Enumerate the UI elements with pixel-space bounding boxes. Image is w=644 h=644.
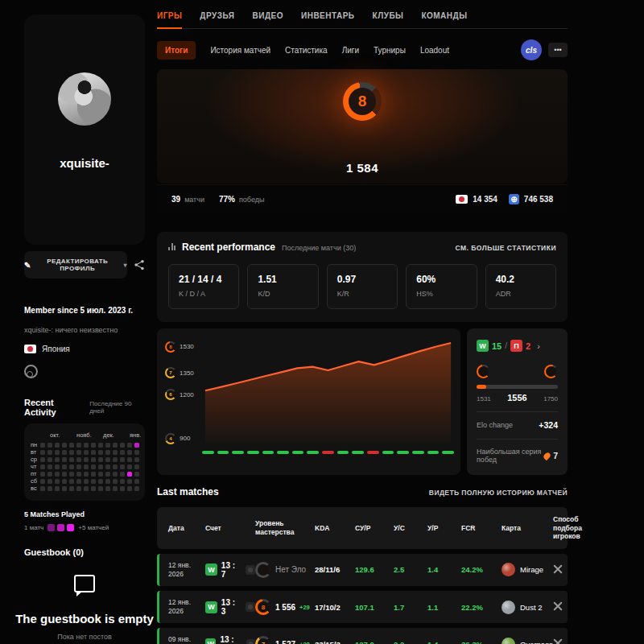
day-label: чт	[31, 464, 37, 469]
heatmap-cell	[91, 464, 96, 469]
nav-tab-друзья[interactable]: ДРУЗЬЯ	[200, 11, 234, 20]
stat-box-kd: 1.51K/D	[247, 264, 318, 309]
match-row[interactable]: 09 янв.2026W13 : 1071 527+2833/15/3127.0…	[157, 628, 568, 644]
matchmaking-type-icon[interactable]	[553, 601, 563, 611]
stat-value: 21 / 14 / 4	[179, 274, 229, 285]
japan-flag-icon	[24, 345, 36, 353]
sidebar: xquisite- ✎ РЕДАКТИРОВАТЬ ПРОФИЛЬ ▾ Memb…	[24, 14, 145, 641]
kills-per-death: 1.7	[394, 603, 427, 612]
subnav-tab-итоги[interactable]: Итоги	[157, 41, 196, 60]
replay-icon[interactable]	[246, 565, 255, 575]
map-icon-mirage	[502, 563, 515, 576]
heatmap-cell	[105, 443, 110, 448]
nav-tab-игры[interactable]: ИГРЫ	[157, 11, 182, 20]
subnav-tab-loadout[interactable]: Loadout	[420, 46, 449, 55]
heatmap-cell	[84, 464, 89, 469]
heatmap-cell	[69, 457, 74, 462]
nav-tab-инвентарь[interactable]: ИНВЕНТАРЬ	[301, 11, 355, 20]
stat-box-adr: 40.2ADR	[485, 264, 556, 309]
kills-per-round: 1.4	[427, 640, 461, 644]
activity-title: Recent Activity	[24, 398, 85, 417]
heatmap-cell	[134, 443, 139, 448]
avatar[interactable]	[58, 72, 111, 126]
win-dash	[397, 451, 409, 454]
match-row[interactable]: 12 янв.2026W13 : 381 556+2917/10/2107.11…	[157, 591, 568, 623]
next-level-gauge	[544, 365, 558, 382]
heatmap-cell	[98, 457, 103, 462]
heatmap-cell	[134, 479, 139, 484]
win-dash	[232, 451, 244, 454]
region-rank: 14 354	[456, 195, 497, 204]
elo-value: 1 584	[346, 161, 378, 175]
heatmap-cell	[113, 450, 118, 455]
heatmap-cell	[84, 472, 89, 477]
profile-name: xquisite-	[60, 156, 109, 170]
last-matches: Last matches ВИДЕТЬ ПОЛНУЮ ИСТОРИЮ МАТЧЕ…	[157, 486, 568, 644]
win-loss-row[interactable]: W 15 / П 2 ›	[477, 340, 558, 352]
nav-tab-клубы[interactable]: КЛУБЫ	[373, 11, 404, 20]
heatmap-cell	[127, 457, 132, 462]
heatmap-cell	[62, 464, 67, 469]
elo-chart-svg	[202, 336, 454, 448]
win-dash	[202, 451, 214, 454]
nav-tab-команды[interactable]: КОМАНДЫ	[421, 11, 467, 20]
elo-section: 8153071350612004900 W 15 / П 2 ›	[157, 328, 568, 475]
wins-count: 15	[492, 341, 502, 351]
heatmap-cell	[84, 450, 89, 455]
heatmap-cell	[120, 450, 125, 455]
heatmap-cell	[134, 472, 139, 477]
stat-label: HS%	[416, 290, 466, 298]
loss-dash	[322, 451, 334, 454]
subnav-tab-история-матчей[interactable]: История матчей	[210, 46, 270, 55]
match-elo: 81 556+29	[255, 599, 315, 615]
loss-badge: П	[510, 340, 522, 352]
first-kill-rate: 24.2%	[461, 565, 502, 574]
subnav-tab-лиги[interactable]: Лиги	[342, 46, 359, 55]
matchmaking-type-icon[interactable]	[553, 638, 563, 644]
activity-header: Recent Activity Последние 90 дней	[24, 398, 145, 417]
map-name: Overpass	[520, 640, 553, 644]
see-more-stats-link[interactable]: СМ. БОЛЬШЕ СТАТИСТИКИ	[455, 244, 556, 252]
heatmap-cell	[40, 464, 45, 469]
share-icon[interactable]	[134, 259, 145, 270]
day-label: пн	[31, 443, 37, 448]
match-row[interactable]: 12 янв.2026W13 : 7Нет Эло28/11/6129.62.5…	[157, 554, 568, 586]
matchmaking-type-icon[interactable]	[553, 564, 563, 574]
heatmap-cell	[127, 443, 132, 448]
cs2-game-icon[interactable]: cls	[521, 39, 542, 60]
edit-profile-button[interactable]: ✎ РЕДАКТИРОВАТЬ ПРОФИЛЬ ▾	[24, 251, 127, 279]
subnav-tab-статистика[interactable]: Статистика	[285, 46, 328, 55]
more-options-button[interactable]: •••	[548, 43, 568, 57]
match-date: 12 янв.2026	[168, 598, 205, 616]
matchmaking-cell	[553, 563, 579, 577]
heatmap-cell	[47, 443, 52, 448]
heatmap-cell	[84, 443, 89, 448]
win-streak-label: Наибольшая серия побед	[477, 448, 544, 464]
steam-icon[interactable]	[24, 365, 38, 378]
heatmap-cell	[91, 450, 96, 455]
heatmap-cell	[62, 472, 67, 477]
col-header: Карта	[502, 524, 553, 533]
nav-tab-видео[interactable]: ВИДЕО	[252, 11, 283, 20]
stat-box-kr: 0.97K/R	[327, 264, 398, 309]
stat-label: K / D / A	[179, 290, 229, 298]
chevron-right-icon[interactable]: ›	[537, 341, 540, 351]
elo-after-match: Нет Эло	[275, 565, 306, 574]
replay-icon[interactable]	[246, 639, 255, 644]
y-tick-label: 1530	[180, 343, 194, 350]
elo-line-chart	[202, 336, 454, 448]
flame-icon	[543, 451, 551, 460]
match-map: Overpass	[502, 638, 553, 644]
day-label: вт	[31, 450, 37, 455]
skill-level-9-icon	[544, 365, 558, 378]
match-score: W13 : 3	[205, 598, 255, 616]
heatmap-cell	[62, 486, 67, 491]
elo-hero: 8 1 584 39 матчи 77% победы 14 354 ⊕	[157, 69, 568, 184]
subnav-tab-турниры[interactable]: Турниры	[374, 46, 406, 55]
y-tick-label: 1200	[180, 391, 194, 398]
replay-icon[interactable]	[246, 602, 255, 612]
heatmap-cell	[84, 486, 89, 491]
full-history-link[interactable]: ВИДЕТЬ ПОЛНУЮ ИСТОРИЮ МАТЧЕЙ	[429, 489, 568, 497]
heatmap-months: окт.нояб.дек.янв.	[31, 431, 138, 441]
kills-per-death: 2.2	[394, 640, 427, 644]
